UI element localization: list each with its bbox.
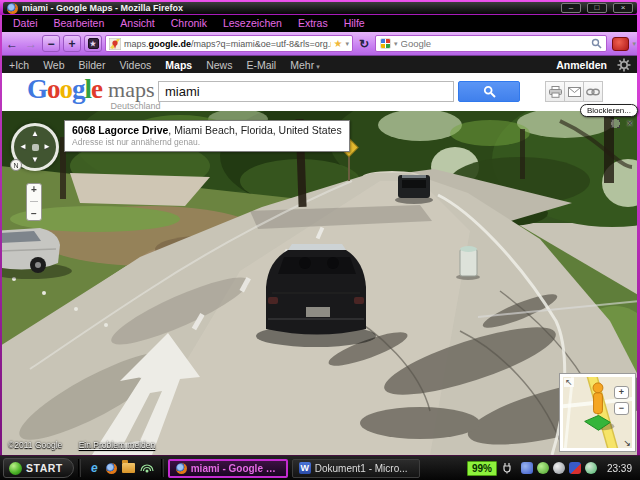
- menu-ansicht[interactable]: Ansicht: [112, 16, 162, 31]
- tray-icon-4[interactable]: [569, 462, 581, 474]
- search-magnifier-icon[interactable]: [591, 38, 602, 49]
- print-button[interactable]: [545, 81, 565, 102]
- maximize-button[interactable]: □: [587, 3, 607, 13]
- menu-datei[interactable]: Datei: [5, 16, 46, 31]
- bookmark-widget-button[interactable]: ★: [84, 35, 102, 52]
- google-nav-bar: +Ich Web Bilder Videos Maps News E-Mail …: [0, 56, 640, 73]
- gbar-bilder[interactable]: Bilder: [79, 59, 106, 71]
- fullscreen-icon[interactable]: [611, 119, 620, 128]
- streetview-close-icon[interactable]: ×: [627, 118, 633, 128]
- back-button[interactable]: ←: [4, 35, 20, 52]
- google-engine-icon: [380, 38, 391, 49]
- streetview-zoom-slider[interactable]: + −: [26, 183, 42, 221]
- taskbar-divider-2: [161, 459, 164, 477]
- copyright-text: ©2011 Google: [8, 440, 62, 450]
- gbar-mehr[interactable]: Mehr▾: [290, 59, 319, 71]
- maps-favicon: [109, 38, 121, 50]
- gbar-maps[interactable]: Maps: [165, 59, 192, 71]
- compass-icon[interactable]: N: [10, 159, 22, 171]
- streetview-scene[interactable]: [0, 111, 640, 455]
- maps-search-button[interactable]: [458, 81, 520, 102]
- reload-button[interactable]: ↻: [356, 35, 372, 52]
- mehr-caret-icon: ▾: [316, 63, 320, 70]
- overview-minimap[interactable]: + − ↖ ↘: [559, 373, 636, 452]
- zoom-out-button[interactable]: −: [42, 35, 60, 52]
- system-tray: [521, 462, 597, 474]
- gbar-plus-ich[interactable]: +Ich: [9, 59, 29, 71]
- firefox-quicklaunch-icon[interactable]: [106, 463, 117, 474]
- gbar-web[interactable]: Web: [43, 59, 64, 71]
- address-overlay: 6068 Lagorce Drive, Miami Beach, Florida…: [64, 120, 350, 152]
- url-bar[interactable]: maps.google.de/maps?q=miami&oe=utf-8&rls…: [105, 35, 353, 52]
- sv-zoom-out-button[interactable]: −: [31, 209, 37, 219]
- gbar-news[interactable]: News: [206, 59, 232, 71]
- gbar-email[interactable]: E-Mail: [246, 59, 276, 71]
- menu-chronik[interactable]: Chronik: [163, 16, 215, 31]
- wireless-icon[interactable]: [140, 462, 154, 474]
- minimap-expand-icon[interactable]: ↖: [564, 378, 574, 387]
- pan-center-handle[interactable]: [32, 144, 39, 151]
- minimap-zoom-in-button[interactable]: +: [614, 386, 629, 399]
- adblock-icon[interactable]: [612, 37, 629, 51]
- sv-zoom-in-button[interactable]: +: [31, 185, 37, 195]
- bookmark-star-icon[interactable]: ★: [334, 39, 343, 49]
- menu-bar: Datei Bearbeiten Ansicht Chronik Lesezei…: [0, 15, 640, 32]
- menu-bearbeiten[interactable]: Bearbeiten: [46, 16, 113, 31]
- maps-search-input[interactable]: [158, 81, 454, 102]
- task-button-firefox[interactable]: miami - Google Ma...: [168, 459, 288, 478]
- gbar-videos[interactable]: Videos: [119, 59, 151, 71]
- forward-button[interactable]: →: [23, 35, 39, 52]
- report-problem-link[interactable]: Ein Problem melden: [79, 440, 156, 450]
- battery-indicator[interactable]: 99%: [467, 461, 497, 476]
- envelope-icon: [568, 87, 581, 97]
- adblock-tooltip[interactable]: Blockieren...: [580, 104, 638, 117]
- internet-explorer-icon[interactable]: e: [88, 462, 101, 475]
- minimap-canvas[interactable]: + − ↖ ↘: [563, 377, 632, 448]
- menu-lesezeichen[interactable]: Lesezeichen: [215, 16, 290, 31]
- menu-extras[interactable]: Extras: [290, 16, 336, 31]
- bookmark-widget-icon: ★: [88, 38, 99, 49]
- email-button[interactable]: [564, 81, 584, 102]
- task-firefox-label: miami - Google Ma...: [191, 463, 280, 474]
- window-title: miami - Google Maps - Mozilla Firefox: [22, 3, 555, 13]
- logo-country-text: Deutschland: [110, 101, 160, 111]
- google-maps-logo[interactable]: Google maps Deutschland: [27, 74, 154, 106]
- search-input[interactable]: [401, 38, 589, 49]
- pan-down-icon[interactable]: ▼: [31, 156, 39, 164]
- tray-icon-3[interactable]: [553, 462, 565, 474]
- word-icon: W: [299, 462, 311, 474]
- search-box[interactable]: ▾: [375, 35, 607, 52]
- tray-icon-2[interactable]: [537, 462, 549, 474]
- gear-icon[interactable]: [617, 58, 631, 72]
- firefox-icon: [7, 3, 18, 14]
- tray-icon-1[interactable]: [521, 462, 533, 474]
- sign-in-link[interactable]: Anmelden: [556, 59, 607, 71]
- start-button[interactable]: START: [3, 458, 74, 478]
- power-plug-icon[interactable]: [501, 462, 513, 474]
- pan-up-icon[interactable]: ▲: [31, 130, 39, 138]
- url-dropdown-icon[interactable]: ▾: [345, 40, 349, 47]
- pan-left-icon[interactable]: ◄: [19, 143, 27, 151]
- engine-dropdown-icon[interactable]: ▾: [394, 40, 398, 47]
- window-border-left: [0, 15, 2, 455]
- start-label: START: [26, 462, 63, 474]
- window-titlebar[interactable]: miami - Google Maps - Mozilla Firefox – …: [0, 0, 640, 15]
- zoom-track[interactable]: [30, 201, 38, 204]
- pan-control[interactable]: ▲ ▼ ◄ ► N: [11, 123, 59, 171]
- adblock-dropdown-icon[interactable]: ▾: [632, 40, 636, 47]
- tray-icon-5[interactable]: [585, 462, 597, 474]
- minimap-resize-icon[interactable]: ↘: [623, 439, 631, 448]
- minimap-zoom-out-button[interactable]: −: [614, 402, 629, 415]
- close-button[interactable]: ×: [613, 3, 633, 13]
- streetview-viewport[interactable]: 6068 Lagorce Drive, Miami Beach, Florida…: [0, 111, 640, 455]
- link-button[interactable]: [583, 81, 603, 102]
- folder-icon[interactable]: [122, 463, 135, 473]
- pan-right-icon[interactable]: ►: [43, 143, 51, 151]
- button-magnifier-icon: [483, 85, 496, 98]
- zoom-in-button[interactable]: +: [63, 35, 81, 52]
- link-icon: [586, 88, 600, 96]
- task-button-word[interactable]: W Dokument1 - Micro...: [292, 459, 420, 478]
- start-orb-icon: [9, 462, 22, 475]
- minimize-button[interactable]: –: [561, 3, 581, 13]
- menu-hilfe[interactable]: Hilfe: [336, 16, 373, 31]
